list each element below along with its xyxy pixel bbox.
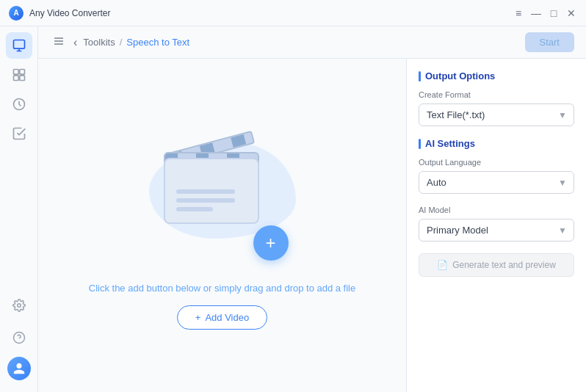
clapper-body (164, 158, 259, 224)
output-language-select[interactable]: AutoEnglishChineseJapaneseSpanish (419, 171, 574, 194)
add-video-label: Add Video (205, 312, 249, 323)
output-options-title: Output Options (419, 70, 574, 81)
ai-model-label: AI Model (419, 206, 574, 214)
start-button[interactable]: Start (525, 32, 574, 52)
ai-model-field: AI Model Primary ModelSecondary Model ▼ (419, 206, 574, 242)
create-format-label: Create Format (419, 90, 574, 99)
app-title: Any Video Converter (29, 8, 111, 18)
sidebar-item-history[interactable] (6, 91, 32, 117)
main-layout: ‹ Toolkits / Speech to Text Start (0, 26, 586, 392)
clapper-lines (176, 189, 235, 211)
ai-model-select-wrapper: Primary ModelSecondary Model ▼ (419, 219, 574, 242)
output-language-label: Output Language (419, 158, 574, 167)
generate-btn-label: Generate text and preview (452, 260, 556, 270)
create-format-select[interactable]: Text File(*.txt)SRT Subtitle(*.srt)VTT S… (419, 104, 574, 126)
breadcrumb: ‹ Toolkits / Speech to Text (73, 36, 189, 49)
sidebar-bottom (6, 292, 32, 386)
minimize-button[interactable]: — (530, 7, 542, 19)
back-button[interactable]: ‹ (73, 36, 77, 49)
svg-rect-1 (13, 70, 18, 75)
svg-rect-2 (19, 70, 24, 75)
app-logo: A (9, 6, 23, 21)
create-format-field: Create Format Text File(*.txt)SRT Subtit… (419, 90, 574, 126)
sidebar-item-settings[interactable] (6, 292, 32, 319)
menu-icon[interactable]: ≡ (513, 7, 524, 19)
svg-rect-0 (13, 40, 24, 49)
toolbar: ‹ Toolkits / Speech to Text Start (38, 26, 586, 59)
ai-settings-section: AI Settings Output Language AutoEnglishC… (419, 138, 574, 277)
generate-preview-button[interactable]: 📄 Generate text and preview (419, 253, 574, 277)
sidebar-item-tasks[interactable] (6, 120, 32, 147)
sidebar-item-toolkits[interactable] (6, 62, 32, 88)
title-bar-left: A Any Video Converter (9, 6, 111, 21)
add-video-icon: + (195, 312, 201, 323)
hamburger-menu[interactable] (50, 32, 68, 53)
svg-rect-4 (19, 76, 24, 81)
breadcrumb-home[interactable]: Toolkits (83, 37, 115, 48)
content-area: ‹ Toolkits / Speech to Text Start (38, 26, 586, 392)
sidebar (0, 26, 38, 392)
drop-hint: Click the add button below or simply dra… (89, 283, 356, 294)
ai-settings-title: AI Settings (419, 138, 574, 149)
output-language-select-wrapper: AutoEnglishChineseJapaneseSpanish ▼ (419, 171, 574, 194)
svg-rect-3 (13, 76, 18, 81)
title-bar: A Any Video Converter ≡ — □ ✕ (0, 0, 586, 26)
clapperboard-icon (164, 136, 267, 224)
sidebar-item-help[interactable] (6, 324, 32, 351)
close-button[interactable]: ✕ (565, 7, 577, 19)
avatar[interactable] (7, 357, 31, 380)
breadcrumb-separator: / (120, 37, 123, 48)
create-format-select-wrapper: Text File(*.txt)SRT Subtitle(*.srt)VTT S… (419, 104, 574, 126)
drop-illustration: + (142, 121, 303, 268)
sidebar-item-converter[interactable] (6, 32, 32, 59)
breadcrumb-current: Speech to Text (126, 37, 189, 48)
ai-model-select[interactable]: Primary ModelSecondary Model (419, 219, 574, 242)
add-circle-button[interactable]: + (253, 225, 289, 261)
generate-btn-icon: 📄 (437, 260, 448, 270)
maximize-button[interactable]: □ (548, 7, 560, 19)
output-language-field: Output Language AutoEnglishChineseJapane… (419, 158, 574, 194)
options-panel: Output Options Create Format Text File(*… (406, 59, 586, 392)
drop-zone-panel[interactable]: + Click the add button below or simply d… (38, 59, 406, 392)
add-video-button[interactable]: + Add Video (177, 305, 267, 330)
two-panel: + Click the add button below or simply d… (38, 59, 586, 392)
svg-point-6 (17, 304, 21, 308)
title-bar-controls: ≡ — □ ✕ (513, 7, 577, 19)
